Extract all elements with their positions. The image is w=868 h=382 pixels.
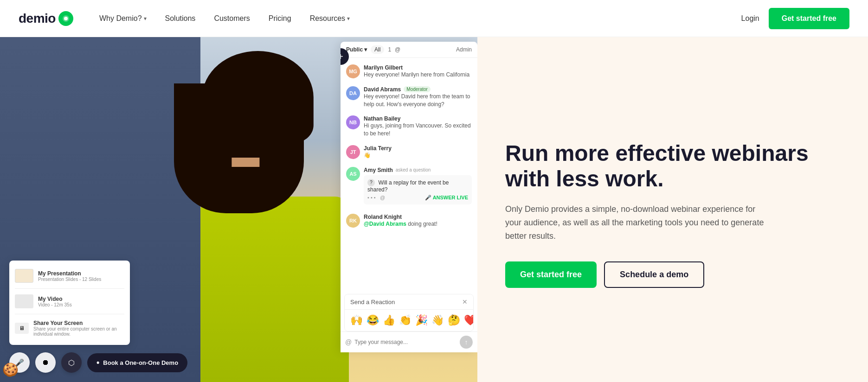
chat-messages: MG Marilyn Gilbert Hey everyone! Marilyn… <box>341 58 477 294</box>
presentation-thumbnail <box>15 269 33 283</box>
chat-public-button[interactable]: Public ▾ <box>346 46 367 53</box>
emoji-thumbsup[interactable]: 👍 <box>383 314 395 326</box>
chat-count: 1 <box>388 46 391 53</box>
hero-get-started-button[interactable]: Get started free <box>505 261 597 288</box>
svg-point-1 <box>64 17 68 20</box>
sender-name: Nathan Bailey <box>364 115 472 122</box>
share-screen-item[interactable]: 🖥 Share Your Screen Share your entire co… <box>15 317 124 339</box>
hero-schedule-demo-button[interactable]: Schedule a demo <box>604 261 704 288</box>
sender-name: David Abrams Moderator <box>364 86 472 93</box>
share-button[interactable]: ⬡ <box>61 352 82 373</box>
emoji-hands[interactable]: 👏 <box>399 314 411 326</box>
chat-message-amy: AS Amy Smith asked a question ? Will a r… <box>346 164 472 209</box>
right-section: Run more effective webinars with less wo… <box>477 37 868 382</box>
chat-admin: Admin <box>456 46 472 53</box>
avatar-nathan: NB <box>346 115 360 129</box>
sender-name: Roland Knight <box>364 214 472 220</box>
book-demo-button[interactable]: • Book a One-on-One Demo <box>87 353 187 372</box>
chat-at: @ <box>395 46 400 53</box>
divider <box>15 314 124 314</box>
navbar: demio Why Demio? ▾ Solutions Customers P… <box>0 0 868 37</box>
send-button[interactable]: ↑ <box>460 336 473 349</box>
smile-area <box>231 158 259 167</box>
chat-footer: @ ↑ <box>341 331 477 352</box>
chat-all-button[interactable]: All <box>371 45 384 54</box>
logo-icon <box>58 11 73 26</box>
get-started-button-nav[interactable]: Get started free <box>769 8 849 29</box>
emoji-laugh[interactable]: 😂 <box>366 314 379 326</box>
send-reaction-label: Send a Reaction <box>350 299 395 306</box>
video-subtitle: Video - 12m 35s <box>38 302 72 307</box>
video-item[interactable]: My Video Video - 12m 35s <box>15 292 124 311</box>
question-text: ? Will a replay for the event be shared? <box>367 179 468 193</box>
bottom-toolbar: 🎤 ⏺ ⬡ • Book a One-on-One Demo <box>9 352 477 373</box>
video-title: My Video <box>38 296 72 302</box>
message-text: 👋 <box>364 152 472 159</box>
message-text: Hey everyone! Marilyn here from Californ… <box>364 71 472 79</box>
question-icon: ? <box>367 179 375 186</box>
nav-item-why-demio[interactable]: Why Demio? ▾ <box>92 11 154 26</box>
chevron-down-icon: ▾ <box>347 15 350 22</box>
avatar-julia: JT <box>346 145 360 159</box>
divider <box>15 288 124 289</box>
send-reaction-header: Send a Reaction ✕ <box>345 294 473 310</box>
nav-item-customers[interactable]: Customers <box>206 11 257 26</box>
question-box: ? Will a replay for the event be shared?… <box>364 175 472 204</box>
question-actions: • • • @ 🎤 ANSWER LIVE <box>367 195 468 201</box>
chat-panel: + Public ▾ All 1 @ Admin MG Marily <box>341 42 477 352</box>
chat-message-david: DA David Abrams Moderator Hey everyone! … <box>346 83 472 111</box>
hero-title: Run more effective webinars with less wo… <box>505 140 840 191</box>
chevron-down-icon: ▾ <box>364 46 367 53</box>
sender-name: Marilyn Gilbert <box>364 64 472 71</box>
video-thumbnail <box>15 294 33 308</box>
chevron-down-icon: ▾ <box>144 15 147 22</box>
hero-description: Only Demio provides a simple, no-downloa… <box>505 203 765 242</box>
emoji-heart[interactable]: ❤️ <box>464 314 474 326</box>
person-hair-sides <box>174 83 304 213</box>
emoji-think[interactable]: 🤔 <box>448 314 460 326</box>
monitor-icon: 🖥 <box>15 323 29 334</box>
main-content: My Presentation Presentation Slides - 12… <box>0 37 868 382</box>
chat-message-marilyn: MG Marilyn Gilbert Hey everyone! Marilyn… <box>346 62 472 82</box>
avatar-roland: RK <box>346 214 360 228</box>
presentation-title: My Presentation <box>38 270 101 277</box>
share-subtitle: Share your entire computer screen or an … <box>33 326 124 337</box>
avatar-marilyn: MG <box>346 64 360 78</box>
reaction-emojis: 🙌 😂 👍 👏 🎉 👋 🤔 ❤️ <box>345 310 473 331</box>
answer-live-button[interactable]: 🎤 ANSWER LIVE <box>425 195 468 201</box>
nav-item-resources[interactable]: Resources ▾ <box>302 11 357 26</box>
nav-item-solutions[interactable]: Solutions <box>158 11 203 26</box>
presentation-panel: My Presentation Presentation Slides - 12… <box>9 261 130 345</box>
moderator-badge: Moderator <box>404 86 431 92</box>
message-text: Hey everyone! David here from the team t… <box>364 93 472 108</box>
message-text: @David Abrams doing great! <box>364 220 472 228</box>
emoji-clap[interactable]: 🙌 <box>350 314 363 326</box>
emoji-wave[interactable]: 👋 <box>431 314 444 326</box>
camera-button[interactable]: ⏺ <box>35 352 56 373</box>
send-reaction-popup: Send a Reaction ✕ 🙌 😂 👍 👏 🎉 👋 🤔 ❤️ <box>344 294 474 331</box>
at-button[interactable]: @ <box>345 338 352 346</box>
chat-message-julia: JT Julia Terry 👋 <box>346 142 472 162</box>
cookie-emoji: 🍪 <box>2 362 19 377</box>
left-section: My Presentation Presentation Slides - 12… <box>0 37 477 382</box>
logo-text: demio <box>19 11 56 26</box>
avatar-david: DA <box>346 86 360 100</box>
presentation-item[interactable]: My Presentation Presentation Slides - 12… <box>15 266 124 286</box>
emoji-party[interactable]: 🎉 <box>415 314 428 326</box>
sender-name: Amy Smith asked a question <box>364 167 472 173</box>
logo[interactable]: demio <box>19 11 73 26</box>
share-title: Share Your Screen <box>33 320 124 326</box>
presentation-subtitle: Presentation Slides - 12 Slides <box>38 277 101 282</box>
chat-input[interactable] <box>354 339 457 345</box>
question-icons: • • • @ <box>367 195 385 200</box>
close-icon[interactable]: ✕ <box>462 298 468 306</box>
chat-message-nathan: NB Nathan Bailey Hi guys, joining from V… <box>346 113 472 140</box>
chat-message-roland: RK Roland Knight @David Abrams doing gre… <box>346 211 472 231</box>
sender-name: Julia Terry <box>364 145 472 152</box>
message-text: Hi guys, joining from Vancouver. So exci… <box>364 122 472 138</box>
avatar-amy: AS <box>346 167 360 181</box>
nav-right: Login Get started free <box>741 8 849 29</box>
hero-buttons: Get started free Schedule a demo <box>505 261 840 288</box>
nav-item-pricing[interactable]: Pricing <box>261 11 299 26</box>
login-button[interactable]: Login <box>741 14 759 23</box>
